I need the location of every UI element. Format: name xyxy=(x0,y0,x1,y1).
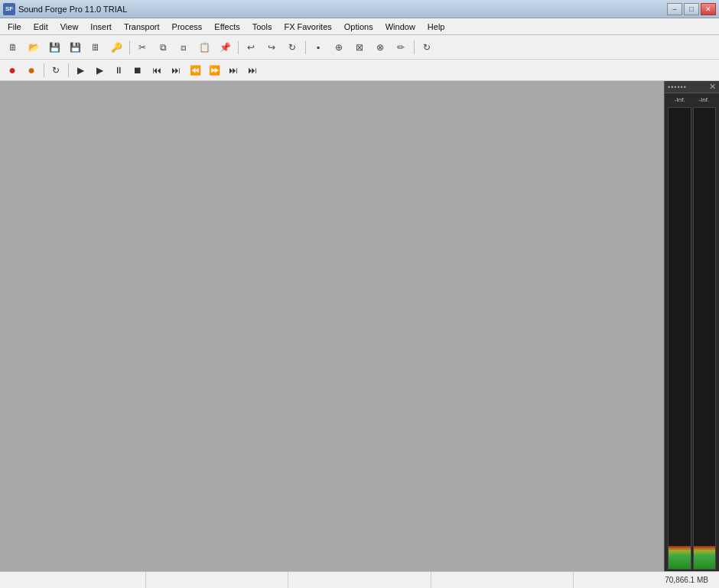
vu-close-button[interactable]: ✕ xyxy=(709,83,716,91)
fast-forward-button[interactable]: ⏩ xyxy=(205,62,223,79)
go-end-button[interactable]: ⏭ xyxy=(243,62,262,79)
save-button[interactable]: 💾 xyxy=(44,38,64,57)
app-title: Sound Forge Pro 11.0 TRIAL xyxy=(18,5,667,14)
vu-channel-labels: -Inf. -Inf. xyxy=(665,93,719,106)
menu-item-process[interactable]: Process xyxy=(166,18,209,34)
toolbar-main: 🗎📂💾💾🗏🔑✂⧉⧈📋📌↩↪↻▪⊕⊠⊗✏↻ xyxy=(0,35,719,60)
menu-item-insert[interactable]: Insert xyxy=(84,18,118,34)
copy-special-button[interactable]: ⧈ xyxy=(174,38,194,57)
go-next-button[interactable]: ⏭ xyxy=(224,62,242,79)
cut-button[interactable]: ✂ xyxy=(132,38,152,57)
transport-separator xyxy=(41,61,46,80)
pause-button[interactable]: ⏸ xyxy=(109,62,128,79)
menu-item-window[interactable]: Window xyxy=(379,18,421,34)
menu-item-transport[interactable]: Transport xyxy=(118,18,166,34)
snap-button[interactable]: ⊠ xyxy=(350,38,369,57)
vu-header: •••••• ✕ xyxy=(665,81,719,93)
status-memory: 70,866.1 MB xyxy=(574,572,716,588)
menu-item-edit[interactable]: Edit xyxy=(28,18,54,34)
vu-fill-left xyxy=(669,546,691,569)
transport-separator xyxy=(66,61,70,80)
pencil-button[interactable]: ✏ xyxy=(391,38,411,57)
scrub-button[interactable]: ⊗ xyxy=(370,38,390,57)
trim-button[interactable]: ▪ xyxy=(308,38,328,57)
paste-button[interactable]: 📋 xyxy=(194,38,214,57)
toolbar-separator xyxy=(412,38,416,57)
menu-item-fx-favorites[interactable]: FX Favorites xyxy=(278,18,337,34)
redo-button[interactable]: ↪ xyxy=(262,38,281,57)
toolbar-separator xyxy=(127,38,132,57)
undo-button[interactable]: ↩ xyxy=(241,38,261,57)
vu-meter-panel: •••••• ✕ -Inf. -Inf. -3-6-9-12-15-18-21-… xyxy=(664,81,719,571)
menu-item-tools[interactable]: Tools xyxy=(246,18,278,34)
workspace xyxy=(0,81,664,571)
status-section-3 xyxy=(288,572,431,588)
save-as-button[interactable]: 💾 xyxy=(65,38,85,57)
maximize-button[interactable]: □ xyxy=(684,3,699,15)
menu-item-view[interactable]: View xyxy=(54,18,85,34)
vu-meter-area: -3-6-9-12-15-18-21-24-27-30-33-36-39-42-… xyxy=(665,106,719,571)
copy-button[interactable]: ⧉ xyxy=(153,38,173,57)
vu-left-label: -Inf. xyxy=(675,96,685,103)
vu-bar-right xyxy=(693,107,717,570)
go-start-button[interactable]: ⏮ xyxy=(148,62,166,79)
refresh-transport-button[interactable]: ↻ xyxy=(47,62,65,79)
go-prev-button[interactable]: ⏭ xyxy=(167,62,185,79)
window-controls: – □ ✕ xyxy=(667,3,716,15)
menu-item-file[interactable]: File xyxy=(2,18,28,34)
menu-bar: FileEditViewInsertTransportProcessEffect… xyxy=(0,18,719,35)
refresh-button[interactable]: ↻ xyxy=(417,38,437,57)
main-area: •••••• ✕ -Inf. -Inf. -3-6-9-12-15-18-21-… xyxy=(0,81,719,571)
open-button[interactable]: 📂 xyxy=(24,38,44,57)
title-bar: SF Sound Forge Pro 11.0 TRIAL – □ ✕ xyxy=(0,0,719,18)
menu-item-effects[interactable]: Effects xyxy=(208,18,246,34)
record-button[interactable]: ● xyxy=(3,62,21,79)
toolbar-transport: ●●↻▶▶⏸⏹⏮⏭⏪⏩⏭⏭ xyxy=(0,60,719,81)
zoom-button[interactable]: ⊕ xyxy=(329,38,349,57)
vu-dots: •••••• xyxy=(668,83,687,91)
app-icon: SF xyxy=(3,3,15,15)
close-file-button[interactable]: 🗏 xyxy=(86,38,106,57)
status-section-2 xyxy=(146,572,289,588)
vu-right-label: -Inf. xyxy=(698,96,709,103)
stop-button[interactable]: ⏹ xyxy=(129,62,147,79)
loop-record-button[interactable]: ● xyxy=(22,62,41,79)
vu-fill-right xyxy=(694,546,716,569)
repeat-button[interactable]: ↻ xyxy=(282,38,302,57)
status-section-1 xyxy=(3,572,146,588)
rewind-button[interactable]: ⏪ xyxy=(186,62,204,79)
memory-label: 70,866.1 MB xyxy=(665,576,711,584)
minimize-button[interactable]: – xyxy=(667,3,682,15)
paste-special-button[interactable]: 📌 xyxy=(215,38,235,57)
play-button[interactable]: ▶ xyxy=(71,62,89,79)
vu-bar-left xyxy=(668,107,691,570)
close-button[interactable]: ✕ xyxy=(701,3,716,15)
properties-button[interactable]: 🔑 xyxy=(106,38,126,57)
toolbar-separator xyxy=(303,38,307,57)
new-button[interactable]: 🗎 xyxy=(3,38,23,57)
status-bar: 70,866.1 MB xyxy=(0,571,719,588)
toolbar-separator xyxy=(236,38,240,57)
menu-item-options[interactable]: Options xyxy=(338,18,379,34)
menu-item-help[interactable]: Help xyxy=(421,18,451,34)
play-cursor-button[interactable]: ▶ xyxy=(90,62,109,79)
status-section-4 xyxy=(431,572,574,588)
